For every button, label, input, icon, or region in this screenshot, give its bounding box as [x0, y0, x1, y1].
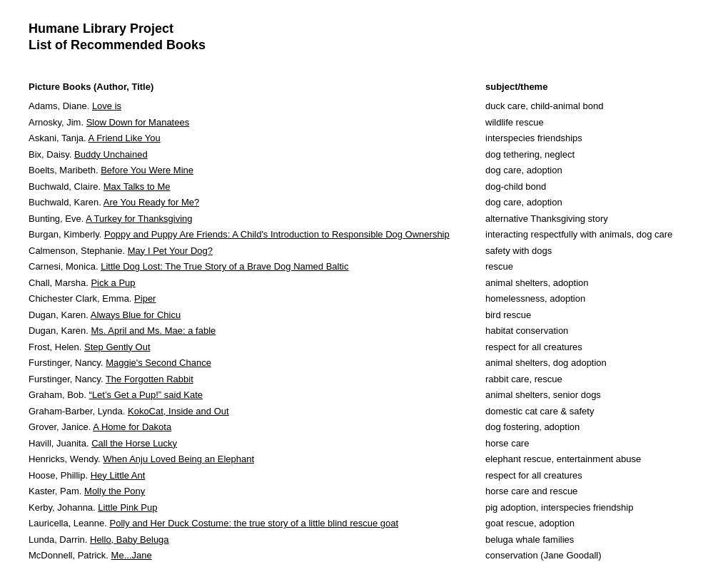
- book-subject: respect for all creatures: [485, 469, 699, 483]
- book-entry: Bix, Daisy. Buddy Unchained: [29, 148, 485, 162]
- col-header-books: Picture Books (Author, Title): [29, 81, 153, 92]
- book-subject: rescue: [485, 260, 699, 274]
- book-author: Askani, Tanja.: [29, 133, 89, 143]
- book-author: Bunting, Eve.: [29, 213, 86, 224]
- book-author: Lunda, Darrin.: [29, 534, 90, 545]
- book-subject: safety with dogs: [485, 244, 699, 258]
- book-title: Polly and Her Duck Costume: the true sto…: [109, 518, 398, 528]
- book-title: Maggie's Second Chance: [106, 357, 211, 368]
- table-row: Dugan, Karen. Always Blue for Chicubird …: [29, 308, 699, 322]
- book-subject: alternative Thanksgiving story: [485, 212, 699, 226]
- book-subject: habitat conservation: [485, 324, 699, 338]
- book-author: Frost, Helen.: [29, 342, 84, 352]
- table-row: Havill, Juanita. Call the Horse Luckyhor…: [29, 436, 699, 451]
- book-author: Calmenson, Stephanie.: [29, 245, 128, 256]
- book-title: Molly the Pony: [84, 486, 145, 496]
- book-title: Me...Jane: [111, 550, 152, 561]
- book-subject: respect for all creatures: [485, 340, 699, 354]
- book-author: Henricks, Wendy.: [29, 454, 103, 464]
- page-title-sub: List of Recommended Books: [29, 38, 699, 53]
- book-entry: Furstinger, Nancy. The Forgotten Rabbit: [29, 372, 485, 387]
- table-row: Furstinger, Nancy. Maggie's Second Chanc…: [29, 356, 699, 370]
- book-title: Ms. April and Ms. Mae: a fable: [91, 325, 216, 336]
- page-header: Humane Library Project List of Recommend…: [29, 21, 699, 53]
- book-entry: Dugan, Karen. Ms. April and Ms. Mae: a f…: [29, 324, 485, 338]
- book-subject: dog fostering, adoption: [485, 420, 699, 434]
- book-entry: Graham-Barber, Lynda. KokoCat, Inside an…: [29, 404, 485, 419]
- book-title: Hello, Baby Beluga: [90, 534, 169, 545]
- book-author: Buchwald, Karen.: [29, 197, 103, 208]
- table-row: Calmenson, Stephanie. May I Pet Your Dog…: [29, 244, 699, 258]
- book-author: Hoose, Phillip.: [29, 470, 91, 481]
- book-title: Before You Were Mine: [101, 165, 193, 175]
- table-row: Grover, Janice. A Home for Dakotadog fos…: [29, 420, 699, 434]
- book-subject: interspecies friendships: [485, 131, 699, 145]
- table-row: Kerby, Johanna. Little Pink Puppig adopt…: [29, 501, 699, 515]
- book-title: Little Pink Pup: [98, 502, 157, 513]
- table-row: Arnosky, Jim. Slow Down for Manateeswild…: [29, 116, 699, 130]
- table-row: Buchwald, Karen. Are You Ready for Me?do…: [29, 195, 699, 210]
- book-entry: Burgan, Kimberly. Poppy and Puppy Are Fr…: [29, 228, 485, 242]
- table-row: Bunting, Eve. A Turkey for Thanksgivinga…: [29, 212, 699, 226]
- table-row: Buchwald, Claire. Max Talks to Medog-chi…: [29, 180, 699, 194]
- table-row: Lauricella, Leanne. Polly and Her Duck C…: [29, 516, 699, 531]
- table-row: Askani, Tanja. A Friend Like Youinterspe…: [29, 131, 699, 145]
- book-entry: Askani, Tanja. A Friend Like You: [29, 131, 485, 145]
- book-subject: horse care: [485, 436, 699, 451]
- book-entry: Lauricella, Leanne. Polly and Her Duck C…: [29, 516, 485, 531]
- table-row: Chall, Marsha. Pick a Pupanimal shelters…: [29, 276, 699, 290]
- book-title: Buddy Unchained: [74, 149, 148, 160]
- book-title: KokoCat, Inside and Out: [128, 406, 229, 417]
- book-author: Kaster, Pam.: [29, 486, 84, 496]
- column-headers: Picture Books (Author, Title) subject/th…: [29, 81, 699, 93]
- table-row: Boelts, Maribeth. Before You Were Minedo…: [29, 163, 699, 178]
- book-title: “Let’s Get a Pup!” said Kate: [89, 389, 203, 400]
- table-row: Bix, Daisy. Buddy Unchaineddog tethering…: [29, 148, 699, 162]
- book-author: Kerby, Johanna.: [29, 502, 98, 513]
- book-subject: animal shelters, dog adoption: [485, 356, 699, 370]
- table-row: Graham, Bob. “Let’s Get a Pup!” said Kat…: [29, 388, 699, 402]
- table-row: McDonnell, Patrick. Me...Janeconservatio…: [29, 548, 699, 562]
- book-title: When Anju Loved Being an Elephant: [103, 454, 254, 464]
- table-row: Dugan, Karen. Ms. April and Ms. Mae: a f…: [29, 324, 699, 338]
- book-author: Lauricella, Leanne.: [29, 518, 109, 528]
- book-author: Dugan, Karen.: [29, 325, 91, 336]
- book-author: Burgan, Kimberly.: [29, 229, 104, 240]
- table-row: Graham-Barber, Lynda. KokoCat, Inside an…: [29, 404, 699, 419]
- table-row: Carnesi, Monica. Little Dog Lost: The Tr…: [29, 260, 699, 274]
- book-entry: Calmenson, Stephanie. May I Pet Your Dog…: [29, 244, 485, 258]
- book-entry: Bunting, Eve. A Turkey for Thanksgiving: [29, 212, 485, 226]
- book-author: Furstinger, Nancy.: [29, 357, 106, 368]
- book-entry: Buchwald, Claire. Max Talks to Me: [29, 180, 485, 194]
- book-title: Piper: [134, 293, 156, 304]
- book-author: Graham, Bob.: [29, 389, 89, 400]
- table-row: Lunda, Darrin. Hello, Baby Belugabeluga …: [29, 533, 699, 547]
- book-entry: McDonnell, Patrick. Me...Jane: [29, 548, 485, 562]
- book-subject: bird rescue: [485, 308, 699, 322]
- book-subject: animal shelters, senior dogs: [485, 388, 699, 402]
- table-row: Henricks, Wendy. When Anju Loved Being a…: [29, 452, 699, 466]
- book-subject: dog tethering, neglect: [485, 148, 699, 162]
- book-entry: Buchwald, Karen. Are You Ready for Me?: [29, 195, 485, 210]
- book-author: Grover, Janice.: [29, 422, 93, 432]
- book-title: Step Gently Out: [84, 342, 151, 352]
- book-subject: interacting respectfully with animals, d…: [485, 228, 699, 242]
- book-subject: dog care, adoption: [485, 195, 699, 210]
- table-row: Burgan, Kimberly. Poppy and Puppy Are Fr…: [29, 228, 699, 242]
- book-subject: conservation (Jane Goodall): [485, 548, 699, 562]
- table-row: Frost, Helen. Step Gently Outrespect for…: [29, 340, 699, 354]
- book-entry: Chall, Marsha. Pick a Pup: [29, 276, 485, 290]
- book-entry: Frost, Helen. Step Gently Out: [29, 340, 485, 354]
- book-entry: Furstinger, Nancy. Maggie's Second Chanc…: [29, 356, 485, 370]
- book-subject: pig adoption, interspecies friendship: [485, 501, 699, 515]
- table-row: Adams, Diane. Love isduck care, child-an…: [29, 99, 699, 113]
- book-title: May I Pet Your Dog?: [128, 245, 213, 256]
- book-title: Little Dog Lost: The True Story of a Bra…: [101, 261, 348, 272]
- book-entry: Kerby, Johanna. Little Pink Pup: [29, 501, 485, 515]
- book-entry: Adams, Diane. Love is: [29, 99, 485, 113]
- book-title: Max Talks to Me: [103, 181, 171, 192]
- book-entry: Dugan, Karen. Always Blue for Chicu: [29, 308, 485, 322]
- book-subject: horse care and rescue: [485, 484, 699, 499]
- book-subject: rabbit care, rescue: [485, 372, 699, 387]
- book-author: McDonnell, Patrick.: [29, 550, 111, 561]
